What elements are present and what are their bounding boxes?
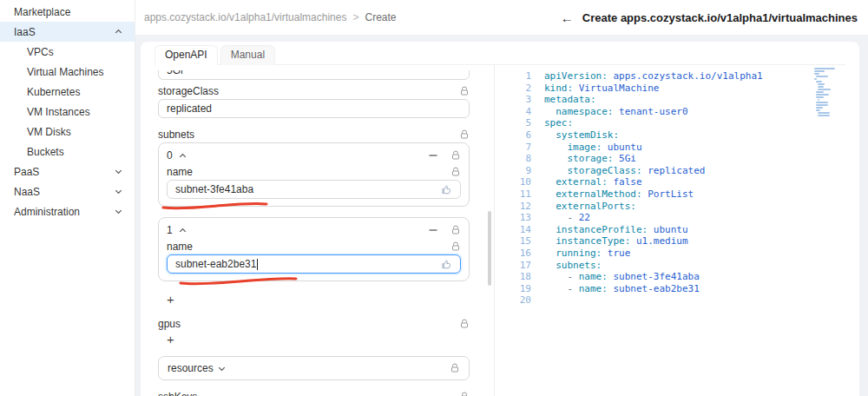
yaml-editor[interactable]: 1apiVersion: apps.cozystack.io/v1alpha12… xyxy=(495,65,845,396)
code-line: 6 systemDisk: xyxy=(516,129,838,142)
remove-subnet-button[interactable] xyxy=(428,225,438,235)
code-text: subnets: xyxy=(544,260,602,272)
page-title: Create apps.cozystack.io/v1alpha1/virtua… xyxy=(582,11,858,24)
line-number: 18 xyxy=(516,271,531,283)
sidebar-item-label: Marketplace xyxy=(14,6,123,18)
sidebar-item-label: NaaS xyxy=(14,186,110,198)
code-text: - name: subnet-eab2be31 xyxy=(544,283,700,295)
editor-minimap[interactable] xyxy=(814,68,837,120)
sidebar-item-label: VM Disks xyxy=(27,126,123,138)
sidebar-chevron-down-icon[interactable] xyxy=(114,167,123,176)
remove-subnet-button[interactable] xyxy=(428,150,438,161)
code-text: instanceProfile: ubuntu xyxy=(544,224,688,236)
lock-icon xyxy=(450,363,460,373)
sidebar-item-paas[interactable]: PaaS xyxy=(0,162,135,182)
line-number: 13 xyxy=(516,212,531,224)
sidebar-item-vm-disks[interactable]: VM Disks xyxy=(0,122,135,142)
minimap-line xyxy=(818,83,825,85)
sidebar-item-kubernetes[interactable]: Kubernetes xyxy=(0,82,135,102)
line-number: 2 xyxy=(516,82,531,95)
sidebar-item-iaas[interactable]: IaaS xyxy=(0,22,135,42)
code-text: external: false xyxy=(544,176,642,188)
code-line: 10 external: false xyxy=(516,176,838,188)
tab-manual[interactable]: Manual xyxy=(220,45,275,65)
line-number: 5 xyxy=(516,117,531,129)
lock-icon xyxy=(459,319,470,329)
breadcrumb-resource[interactable]: apps.cozystack.io/v1alpha1/virtualmachin… xyxy=(144,11,346,23)
minimap-line xyxy=(816,109,820,111)
sidebar-item-label: Administration xyxy=(14,206,110,218)
code-line: 13 - 22 xyxy=(516,212,838,224)
add-subnet-button[interactable]: + xyxy=(163,292,178,307)
code-line: 19 - name: subnet-eab2be31 xyxy=(516,283,838,295)
code-line: 11 externalMethod: PortList xyxy=(516,188,838,201)
tab-bar: OpenAPIManual xyxy=(155,45,845,65)
panes: 5Gi storageClass replicated subnets xyxy=(155,65,845,396)
add-gpu-button[interactable]: + xyxy=(163,332,178,347)
form-scrollbar-thumb[interactable] xyxy=(488,211,491,286)
code-text: running: true xyxy=(544,248,630,260)
code-line: 2kind: VirtualMachine xyxy=(516,82,838,95)
topbar: apps.cozystack.io/v1alpha1/virtualmachin… xyxy=(135,0,868,35)
line-number: 3 xyxy=(516,94,531,106)
code-line: 8 storage: 5Gi xyxy=(516,153,838,165)
minimap-line xyxy=(814,78,817,80)
code-text: apiVersion: apps.cozystack.io/v1alpha1 xyxy=(544,70,763,82)
minimap-line xyxy=(814,70,825,72)
yaml-editor-lines: 1apiVersion: apps.cozystack.io/v1alpha12… xyxy=(516,70,838,307)
code-line: 17 subnets: xyxy=(516,260,838,272)
create-form-card: OpenAPIManual 5Gi storageClass xyxy=(141,42,859,396)
collapse-chevron-up-icon[interactable] xyxy=(178,226,187,235)
code-line: 15 instanceType: u1.medium xyxy=(516,235,838,248)
sidebar-chevron-up-icon[interactable] xyxy=(114,27,123,36)
code-text: - 22 xyxy=(544,212,590,224)
sidebar-item-label: Virtual Machines xyxy=(27,66,123,78)
line-number: 7 xyxy=(516,142,531,154)
line-number: 17 xyxy=(516,260,531,272)
breadcrumb-current: Create xyxy=(365,11,396,23)
back-arrow-icon[interactable]: ← xyxy=(561,11,574,24)
code-line: 4 namespace: tenant-user0 xyxy=(516,106,838,118)
minimap-line xyxy=(818,115,830,116)
minimap-line xyxy=(814,73,819,75)
subnet-item-1: 1namesubnet-eab2be31 xyxy=(158,217,470,281)
code-text: spec: xyxy=(544,117,573,129)
sshkeys-label: sshKeys xyxy=(158,391,197,396)
sidebar-item-vpcs[interactable]: VPCs xyxy=(0,42,135,62)
subnet-list: 0namesubnet-3fe41aba1namesubnet-eab2be31 xyxy=(158,142,470,281)
resources-collapse[interactable]: resources xyxy=(158,356,470,380)
minimap-line xyxy=(816,91,824,93)
subnet-name-input[interactable]: subnet-3fe41aba xyxy=(167,180,461,199)
line-number: 1 xyxy=(516,70,531,82)
storageclass-input[interactable]: replicated xyxy=(158,99,470,118)
subnet-name-label: name xyxy=(167,166,193,178)
minimap-line xyxy=(816,96,824,98)
sidebar-nav: MarketplaceIaaSVPCsVirtual MachinesKuber… xyxy=(0,2,135,221)
sidebar-item-administration[interactable]: Administration xyxy=(0,201,135,221)
subnets-label: subnets xyxy=(158,129,194,141)
minimap-line xyxy=(818,99,819,101)
collapse-chevron-up-icon[interactable] xyxy=(178,151,187,161)
resources-chevron-down-icon[interactable] xyxy=(217,364,227,373)
sidebar-item-marketplace[interactable]: Marketplace xyxy=(0,2,135,22)
sidebar-chevron-down-icon[interactable] xyxy=(114,187,123,196)
line-number: 12 xyxy=(516,201,531,213)
gpus-label: gpus xyxy=(158,318,181,330)
sidebar-item-vm-instances[interactable]: VM Instances xyxy=(0,102,135,122)
sidebar-chevron-down-icon[interactable] xyxy=(114,207,123,216)
sidebar-item-buckets[interactable]: Buckets xyxy=(0,142,135,162)
sidebar-item-virtual-machines[interactable]: Virtual Machines xyxy=(0,62,135,82)
storage-input[interactable]: 5Gi xyxy=(158,70,470,80)
minimap-line xyxy=(816,107,823,109)
code-text: image: ubuntu xyxy=(544,142,642,154)
minimap-line xyxy=(814,68,835,69)
code-text: namespace: tenant-user0 xyxy=(544,106,688,118)
code-text: systemDisk: xyxy=(544,129,619,142)
sidebar-item-label: VM Instances xyxy=(27,106,123,118)
sidebar: MarketplaceIaaSVPCsVirtual MachinesKuber… xyxy=(0,0,135,396)
subnet-name-input[interactable]: subnet-eab2be31 xyxy=(167,254,461,274)
tab-openapi[interactable]: OpenAPI xyxy=(155,45,218,65)
sidebar-item-naas[interactable]: NaaS xyxy=(0,182,135,201)
subnet-name-label: name xyxy=(167,241,193,253)
line-number: 11 xyxy=(516,188,531,201)
